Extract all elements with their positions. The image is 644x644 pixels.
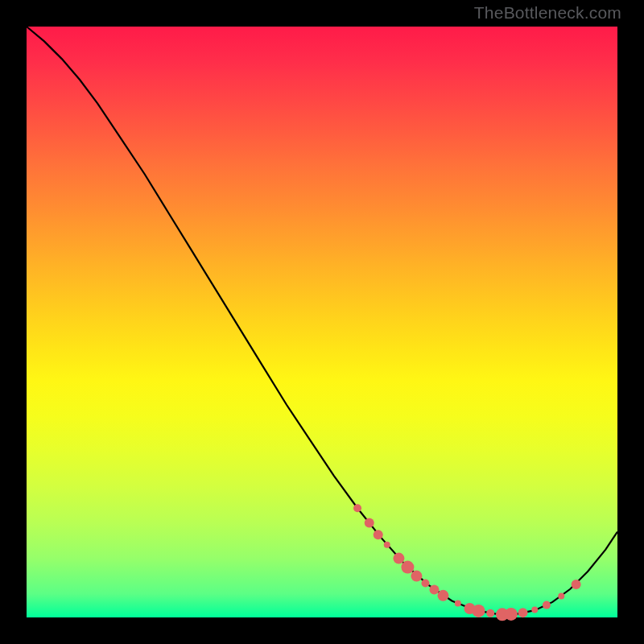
data-dot [455,600,461,606]
data-dot [421,579,429,587]
data-dot [558,593,564,600]
data-dot [518,608,528,617]
data-dot [353,504,361,512]
data-dot [401,561,414,574]
curve-layer [0,0,644,644]
data-dot [429,585,439,595]
data-dot [411,571,422,582]
data-dot [486,609,494,617]
bottleneck-curve [27,27,617,614]
bottleneck-chart: TheBottleneck.com [0,0,644,644]
data-dot [473,605,485,617]
data-dot [393,553,404,564]
data-dot [543,601,551,609]
data-dot [374,530,383,539]
data-dot [505,608,518,621]
data-dots-group [353,504,581,621]
data-dot [437,590,448,601]
data-dot [572,580,581,589]
data-dot [384,542,390,548]
data-dot [365,518,374,528]
data-dot [531,606,538,613]
